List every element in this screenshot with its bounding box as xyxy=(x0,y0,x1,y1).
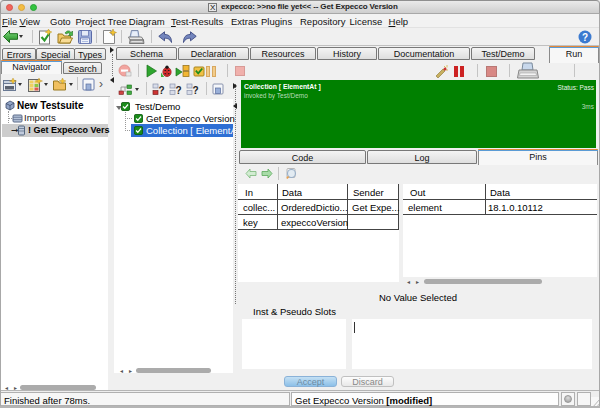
svg-text:?: ? xyxy=(192,85,198,96)
svg-text:?: ? xyxy=(175,85,181,96)
svg-text:?: ? xyxy=(582,32,588,43)
svg-text:?: ? xyxy=(158,85,164,96)
